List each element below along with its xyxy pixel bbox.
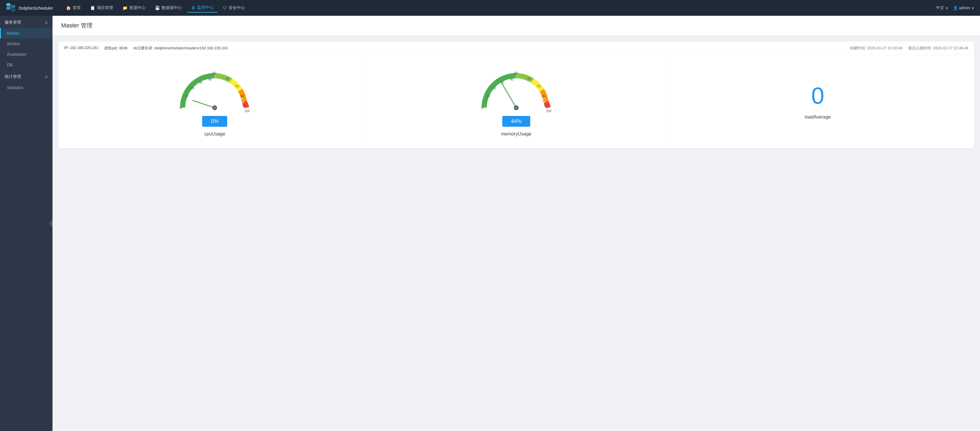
svg-line-33 (513, 82, 514, 84)
nav-home[interactable]: 🏠 首页 (62, 3, 85, 12)
memory-percent-badge: 44% (502, 116, 530, 127)
svg-text:90: 90 (242, 104, 246, 107)
gauges-container: 0 10 20 30 40 50 60 70 80 90 100 (58, 55, 974, 148)
sidebar: 服务管理 ∨ Master Worker Zookeeper DB 统计管理 ∨ (0, 16, 52, 431)
sidebar-section-stats: 统计管理 ∨ Statistics (0, 70, 52, 93)
memory-gauge: 0 10 20 30 40 50 60 70 80 90 100 (478, 67, 554, 113)
svg-line-26 (193, 101, 215, 108)
memory-gauge-label: memoryUsage (501, 131, 531, 137)
home-icon: 🏠 (66, 6, 71, 10)
svg-line-6 (193, 91, 195, 92)
svg-point-28 (213, 107, 216, 109)
svg-text:0: 0 (180, 106, 181, 110)
sidebar-section-service: 服务管理 ∨ Master Worker Zookeeper DB (0, 16, 52, 70)
svg-text:60: 60 (527, 77, 531, 80)
resource-icon: 📁 (123, 6, 127, 10)
datasource-icon: 💾 (155, 6, 160, 10)
svg-rect-2 (11, 5, 15, 8)
master-heartbeat: 最后心跳时间: 2020-02-17 22:46:46 (908, 46, 968, 51)
chevron-down-icon: ∨ (971, 6, 974, 10)
svg-line-50 (501, 82, 516, 108)
project-icon: 📋 (90, 6, 95, 10)
master-create-time: 创建时间: 2020-01-27 21:00:40 (850, 46, 902, 51)
svg-line-30 (488, 98, 491, 99)
svg-rect-3 (11, 8, 15, 11)
nav-resource[interactable]: 📁 资源中心 (118, 3, 150, 12)
nav-security[interactable]: 🛡 安全中心 (219, 3, 249, 12)
cpu-gauge-svg: 0 10 20 30 40 50 60 70 80 90 100 (177, 67, 253, 113)
master-pid: 进程pid: 3638 (104, 46, 127, 51)
memory-gauge-svg: 0 10 20 30 40 50 60 70 80 90 100 (478, 67, 554, 113)
page-title: Master 管理 (61, 22, 971, 29)
nav-items: 🏠 首页 📋 项目管理 📁 资源中心 💾 数据源中心 🖥 监控中心 🛡 安全中心 (62, 3, 935, 13)
svg-text:30: 30 (199, 81, 202, 84)
sidebar-item-db[interactable]: DB (0, 59, 52, 70)
chevron-icon: ∨ (45, 20, 48, 25)
svg-text:80: 80 (240, 94, 244, 98)
language-selector[interactable]: 中文 ∨ (936, 5, 948, 11)
monitor-icon: 🖥 (191, 5, 196, 10)
svg-text:100: 100 (546, 109, 551, 113)
svg-text:20: 20 (191, 86, 194, 90)
sidebar-item-master[interactable]: Master (0, 28, 52, 38)
sidebar-collapse-button[interactable]: ‹ (49, 220, 52, 227)
load-average-section: 0 loadAverage (667, 61, 968, 142)
sidebar-section-header-stats[interactable]: 统计管理 ∨ (0, 70, 52, 82)
sidebar-section-header-service[interactable]: 服务管理 ∨ (0, 16, 52, 28)
logo-area[interactable]: DolphinScheduler (6, 3, 53, 13)
svg-text:10: 10 (487, 94, 490, 97)
nav-datasource[interactable]: 💾 数据源中心 (151, 3, 186, 12)
svg-line-31 (495, 91, 496, 92)
user-icon: 👤 (953, 6, 958, 10)
service-section-label: 服务管理 (5, 20, 21, 25)
svg-line-8 (212, 82, 212, 84)
svg-text:0: 0 (481, 106, 483, 110)
top-navigation: DolphinScheduler 🏠 首页 📋 项目管理 📁 资源中心 💾 数据… (0, 0, 980, 16)
svg-text:40: 40 (510, 78, 513, 81)
svg-text:50: 50 (514, 71, 518, 75)
load-average-label: loadAverage (805, 115, 831, 120)
svg-text:80: 80 (542, 94, 546, 98)
cpu-gauge-label: cpuUsage (204, 131, 225, 137)
chevron-down-icon: ∨ (945, 6, 948, 10)
cpu-percent-badge: 0% (202, 116, 227, 127)
nav-right-area: 中文 ∨ 👤 admin ∨ (936, 5, 974, 11)
nav-project[interactable]: 📋 项目管理 (86, 3, 117, 12)
sidebar-item-zookeeper[interactable]: Zookeeper (0, 49, 52, 59)
main-content: Master 管理 IP: 192.168.220.241 进程pid: 363… (52, 16, 980, 431)
stats-section-label: 统计管理 (5, 74, 21, 80)
master-info-right: 创建时间: 2020-01-27 21:00:40 最后心跳时间: 2020-0… (850, 46, 968, 51)
load-average-value: 0 (811, 84, 824, 107)
nav-monitor[interactable]: 🖥 监控中心 (187, 3, 218, 13)
master-ip: IP: 192.168.220.241 (64, 46, 98, 51)
security-icon: 🛡 (223, 6, 227, 10)
svg-rect-1 (6, 7, 11, 10)
svg-text:90: 90 (544, 104, 547, 107)
svg-line-7 (202, 85, 203, 87)
sidebar-item-statistics[interactable]: Statistics (0, 82, 52, 93)
svg-rect-0 (6, 3, 11, 6)
master-zk: zk注册目录: /dolphinscheduler/masters/192.16… (133, 46, 228, 51)
user-menu[interactable]: 👤 admin ∨ (953, 6, 974, 10)
svg-text:40: 40 (208, 78, 212, 81)
logo-icon (6, 3, 16, 13)
cpu-gauge: 0 10 20 30 40 50 60 70 80 90 100 (177, 67, 253, 113)
svg-text:10: 10 (185, 94, 188, 97)
cpu-gauge-section: 0 10 20 30 40 50 60 70 80 90 100 (64, 61, 366, 142)
svg-text:70: 70 (235, 85, 239, 88)
svg-line-5 (187, 98, 189, 99)
svg-text:60: 60 (226, 77, 229, 80)
master-info-left: IP: 192.168.220.241 进程pid: 3638 zk注册目录: … (64, 46, 228, 51)
logo-text: DolphinScheduler (19, 6, 53, 11)
main-layout: 服务管理 ∨ Master Worker Zookeeper DB 统计管理 ∨ (0, 16, 980, 431)
svg-text:50: 50 (213, 71, 216, 75)
chevron-icon: ∨ (45, 75, 48, 79)
sidebar-item-worker[interactable]: Worker (0, 38, 52, 49)
svg-text:70: 70 (537, 85, 540, 88)
master-info-bar: IP: 192.168.220.241 进程pid: 3638 zk注册目录: … (58, 42, 974, 55)
svg-text:20: 20 (492, 86, 496, 90)
master-card: IP: 192.168.220.241 进程pid: 3638 zk注册目录: … (58, 42, 974, 148)
svg-text:100: 100 (244, 109, 250, 113)
page-header: Master 管理 (52, 16, 980, 36)
svg-point-52 (515, 107, 517, 109)
